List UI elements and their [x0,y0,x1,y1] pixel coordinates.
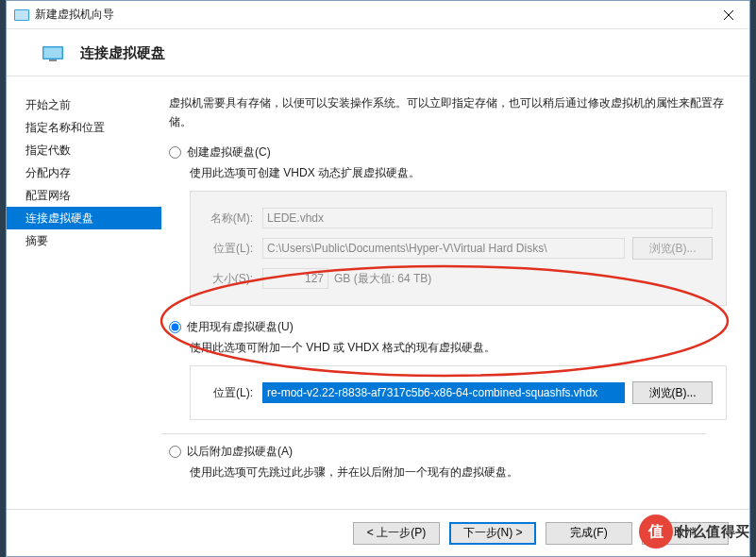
existing-desc: 使用此选项可附加一个 VHD 或 VHDX 格式的现有虚拟硬盘。 [190,339,727,356]
create-browse-button: 浏览(B)... [632,237,713,260]
footer: < 上一步(P) 下一步(N) > 完成(F) 取消 [7,509,749,556]
create-location-input [262,238,625,259]
existing-browse-button[interactable]: 浏览(B)... [632,381,713,404]
sidebar-item-summary[interactable]: 摘要 [7,229,161,252]
svg-rect-4 [49,59,57,61]
create-desc: 使用此选项可创建 VHDX 动态扩展虚拟硬盘。 [190,164,727,181]
radio-later[interactable] [169,446,181,458]
option-create-row[interactable]: 创建虚拟硬盘(C) [169,144,727,160]
page-header: 连接虚拟硬盘 [7,29,749,76]
size-input [262,268,328,289]
watermark-text: 什么值得买 [677,523,750,541]
watermark: 值 什么值得买 [639,512,756,551]
app-icon [14,8,29,23]
radio-existing-label: 使用现有虚拟硬盘(U) [187,319,294,335]
close-button[interactable] [707,1,749,29]
separator [161,433,706,434]
sidebar-item-name-location[interactable]: 指定名称和位置 [7,116,161,139]
svg-rect-1 [15,10,28,20]
name-label: 名称(M): [204,211,262,227]
option-existing-row[interactable]: 使用现有虚拟硬盘(U) [169,319,727,335]
svg-rect-3 [44,47,62,58]
radio-later-label: 以后附加虚拟硬盘(A) [187,444,293,460]
option-later-row[interactable]: 以后附加虚拟硬盘(A) [169,444,727,460]
content-panel: 虚拟机需要具有存储，以便可以安装操作系统。可以立即指定存储，也可以稍后通过修改虚… [161,76,749,509]
radio-create-label: 创建虚拟硬盘(C) [187,144,271,160]
size-label: 大小(S): [204,271,262,287]
vm-icon [42,45,63,62]
page-title: 连接虚拟硬盘 [80,44,165,62]
next-button[interactable]: 下一步(N) > [449,522,536,545]
sidebar-item-vhd[interactable]: 连接虚拟硬盘 [7,207,161,229]
existing-location-input[interactable] [262,382,625,403]
sidebar-item-generation[interactable]: 指定代数 [7,139,161,161]
radio-create[interactable] [169,146,181,159]
prev-button[interactable]: < 上一步(P) [353,522,440,545]
description-text: 虚拟机需要具有存储，以便可以安装操作系统。可以立即指定存储，也可以稍后通过修改虚… [169,93,727,131]
size-hint: GB (最大值: 64 TB) [334,271,431,287]
later-desc: 使用此选项可先跳过此步骤，并在以后附加一个现有的虚拟硬盘。 [190,464,727,481]
watermark-badge: 值 [639,515,673,549]
create-group: 名称(M): 位置(L): 浏览(B)... 大小(S): GB (最大值: 6… [190,191,727,306]
window-title: 新建虚拟机向导 [35,7,707,23]
sidebar-item-before[interactable]: 开始之前 [7,93,161,116]
existing-location-label: 位置(L): [204,385,262,401]
wizard-window: 新建虚拟机向导 连接虚拟硬盘 开始之前 指定名称和位置 指定代数 分配内存 配置… [6,0,750,557]
sidebar-item-memory[interactable]: 分配内存 [7,161,161,184]
existing-group: 位置(L): 浏览(B)... [190,365,727,420]
sidebar: 开始之前 指定名称和位置 指定代数 分配内存 配置网络 连接虚拟硬盘 摘要 [7,76,161,509]
finish-button[interactable]: 完成(F) [546,522,632,545]
sidebar-item-network[interactable]: 配置网络 [7,184,161,207]
radio-existing[interactable] [169,321,181,333]
name-input [262,208,713,228]
titlebar: 新建虚拟机向导 [7,1,749,29]
create-location-label: 位置(L): [204,241,262,257]
